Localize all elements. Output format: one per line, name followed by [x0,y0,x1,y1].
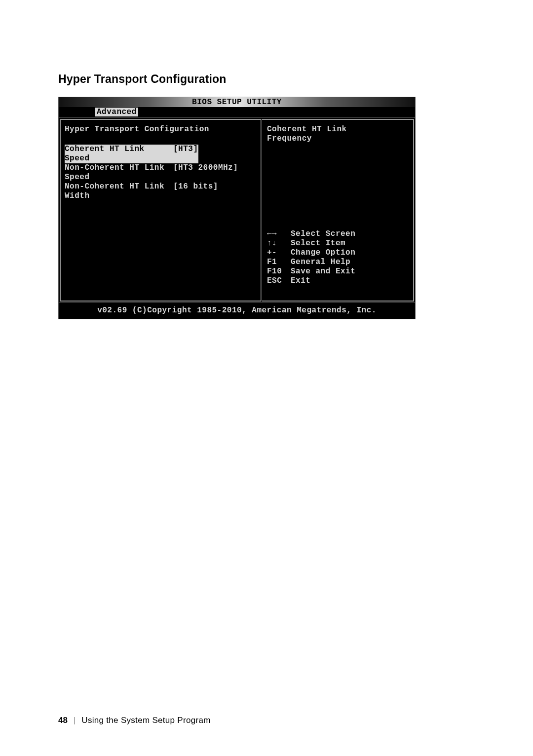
bios-footer: v02.69 (C)Copyright 1985-2010, American … [59,303,415,319]
help-line: Frequency [267,134,409,144]
setting-label: Coherent HT Link Speed [65,145,173,163]
nav-desc: Save and Exit [291,267,355,276]
nav-desc: General Help [291,258,350,267]
setting-row[interactable]: Non-Coherent HT Link Width [16 bits] [65,182,257,201]
nav-key-updown-icon: ↑↓ [267,239,291,248]
nav-key-plusminus-icon: +- [267,248,291,258]
nav-desc: Select Screen [291,229,355,239]
setting-row[interactable]: Coherent HT Link Speed [HT3] [65,145,257,163]
menu-tab-advanced[interactable]: Advanced [95,108,138,116]
nav-row: +- Change Option [267,248,409,258]
nav-desc: Change Option [291,248,355,258]
nav-row: ←→ Select Screen [267,229,409,239]
nav-key: F1 [267,258,291,267]
left-pane-title: Hyper Transport Configuration [65,125,257,134]
bios-left-pane: Hyper Transport Configuration Coherent H… [60,119,261,302]
bios-titlebar: BIOS SETUP UTILITY [59,97,415,107]
setting-label: Non-Coherent HT Link Width [65,182,173,201]
bios-right-pane: Coherent HT Link Frequency ←→ Select Scr… [262,119,414,302]
nav-key: ESC [267,276,291,286]
help-text: Coherent HT Link Frequency [267,125,409,144]
divider-icon: | [74,716,76,725]
nav-row: F10 Save and Exit [267,267,409,276]
setting-value: [HT3 2600MHz] [173,163,238,182]
setting-value: [16 bits] [173,182,218,201]
setting-value: [HT3] [173,145,198,163]
nav-row: ↑↓ Select Item [267,239,409,248]
help-line: Coherent HT Link [267,125,409,134]
bios-menubar: Advanced [59,107,415,117]
bios-screenshot: BIOS SETUP UTILITY Advanced Hyper Transp… [58,97,416,319]
nav-row: F1 General Help [267,258,409,267]
setting-row[interactable]: Non-Coherent HT Link Speed [HT3 2600MHz] [65,163,257,182]
nav-key-leftright-icon: ←→ [267,229,291,239]
page-number: 48 [58,716,68,725]
section-heading: Hyper Transport Configuration [58,73,475,86]
nav-desc: Select Item [291,239,345,248]
nav-key: F10 [267,267,291,276]
nav-help: ←→ Select Screen ↑↓ Select Item +- Chang… [267,229,409,286]
page-footer: 48 | Using the System Setup Program [58,716,211,725]
setting-label: Non-Coherent HT Link Speed [65,163,173,182]
page-section-name: Using the System Setup Program [81,716,210,725]
nav-row: ESC Exit [267,276,409,286]
nav-desc: Exit [291,276,310,286]
